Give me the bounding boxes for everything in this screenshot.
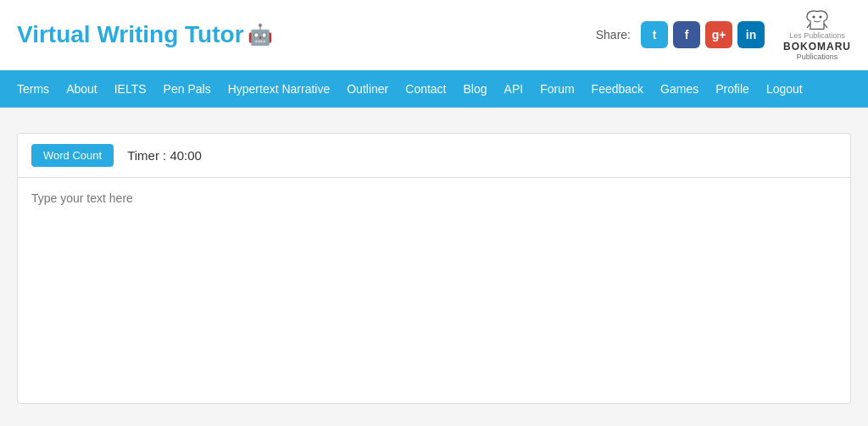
logo: Virtual Writing Tutor 🤖 bbox=[17, 21, 273, 48]
nav-hypertext[interactable]: Hypertext Narrative bbox=[220, 70, 339, 108]
svg-point-3 bbox=[819, 15, 821, 18]
bokomaru-title: BOKOMARU bbox=[783, 41, 851, 53]
text-input[interactable] bbox=[31, 191, 837, 386]
navbar: Terms About IELTS Pen Pals Hypertext Nar… bbox=[0, 70, 868, 108]
bokomaru-subtitle: Publications bbox=[797, 53, 838, 61]
nav-about[interactable]: About bbox=[58, 70, 106, 108]
nav-outliner[interactable]: Outliner bbox=[338, 70, 397, 108]
nav-penpals[interactable]: Pen Pals bbox=[155, 70, 220, 108]
linkedin-icon[interactable]: in bbox=[737, 21, 765, 48]
header: Virtual Writing Tutor 🤖 Share: t f g+ in… bbox=[0, 0, 868, 70]
timer-display: Timer : 40:00 bbox=[127, 148, 202, 163]
nav-feedback[interactable]: Feedback bbox=[583, 70, 652, 108]
editor-toolbar: Word Count Timer : 40:00 bbox=[18, 134, 850, 178]
nav-terms[interactable]: Terms bbox=[8, 70, 58, 108]
editor-card: Word Count Timer : 40:00 bbox=[17, 133, 851, 404]
social-icons: t f g+ in bbox=[641, 21, 765, 48]
bokomaru-logo: Les Publications BOKOMARU Publications bbox=[783, 8, 851, 61]
nav-contact[interactable]: Contact bbox=[397, 70, 454, 108]
nav-blog[interactable]: Blog bbox=[455, 70, 496, 108]
nav-profile[interactable]: Profile bbox=[707, 70, 758, 108]
robot-icon: 🤖 bbox=[248, 23, 273, 47]
logo-plain: Virtual bbox=[17, 21, 97, 47]
nav-games[interactable]: Games bbox=[652, 70, 707, 108]
main-content: Word Count Timer : 40:00 bbox=[0, 108, 868, 426]
nav-logout[interactable]: Logout bbox=[758, 70, 811, 108]
svg-point-2 bbox=[812, 15, 815, 18]
nav-forum[interactable]: Forum bbox=[531, 70, 582, 108]
word-count-button[interactable]: Word Count bbox=[31, 144, 114, 167]
header-right: Share: t f g+ in Les Publications BOKOMA… bbox=[596, 8, 851, 61]
logo-text: Virtual Writing Tutor bbox=[17, 21, 244, 48]
bokomaru-svg-icon bbox=[800, 8, 834, 32]
google-icon[interactable]: g+ bbox=[705, 21, 732, 48]
share-label: Share: bbox=[596, 28, 631, 41]
logo-colored: Writing Tutor bbox=[97, 21, 243, 47]
bokomaru-top-text: Les Publications bbox=[789, 32, 845, 41]
nav-api[interactable]: API bbox=[496, 70, 532, 108]
twitter-icon[interactable]: t bbox=[641, 21, 668, 48]
nav-ielts[interactable]: IELTS bbox=[106, 70, 155, 108]
editor-area[interactable] bbox=[18, 178, 850, 403]
facebook-icon[interactable]: f bbox=[673, 21, 700, 48]
